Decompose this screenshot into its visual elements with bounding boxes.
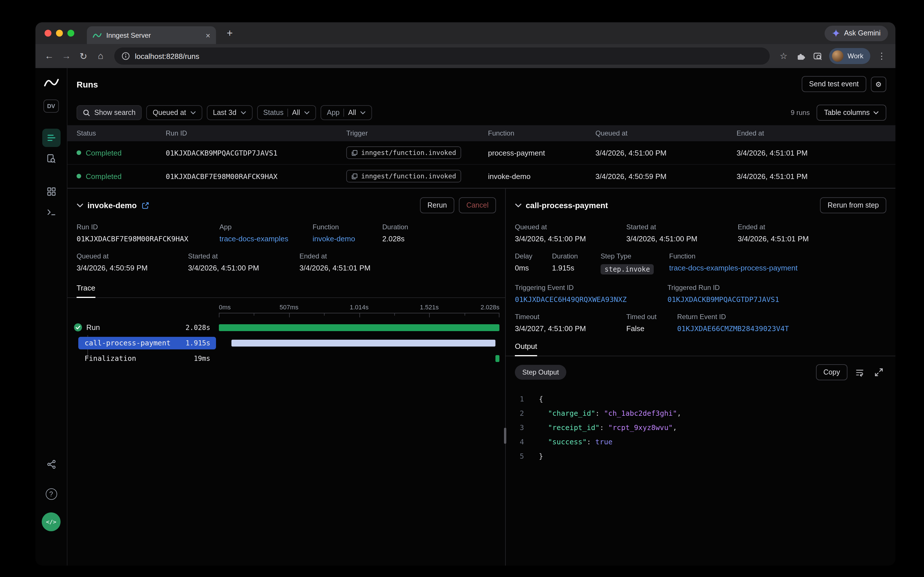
cancel-button[interactable]: Cancel [459, 197, 496, 213]
app-link[interactable]: trace-docs-examples [219, 234, 313, 243]
site-info-icon[interactable] [122, 52, 130, 60]
trigger-name: inngest/function.invoked [361, 149, 456, 157]
timed-out-label: Timed out [626, 313, 677, 321]
code-line: 4"success": true [515, 435, 886, 449]
trace-span-finalization[interactable]: Finalization 19ms [67, 351, 505, 366]
table-columns-button[interactable]: Table columns [816, 105, 886, 121]
col-header-trigger[interactable]: Trigger [346, 129, 488, 137]
table-row[interactable]: Completed 01KJXDACKB9MPQACGTDP7JAVS1 inn… [67, 141, 895, 165]
trigger-pill[interactable]: inngest/function.invoked [346, 170, 461, 182]
event-icon [352, 150, 358, 156]
col-header-queued-at[interactable]: Queued at [595, 129, 737, 137]
col-header-run-id[interactable]: Run ID [166, 129, 346, 137]
step-fields-row4: Timeout 3/4/2027, 4:51:00 PM Timed out F… [515, 313, 886, 333]
collapse-chevron-icon[interactable] [77, 203, 84, 208]
close-window-button[interactable] [45, 30, 51, 37]
tab-trace[interactable]: Trace [77, 284, 95, 298]
run-title: invoke-demo [87, 201, 137, 210]
bookmark-star-icon[interactable]: ☆ [775, 48, 791, 64]
timeout-value: 3/4/2027, 4:51:00 PM [515, 324, 626, 333]
return-event-id-link[interactable]: 01KJXDAE66CMZMB28439023V4T [677, 324, 886, 333]
copy-button[interactable]: Copy [816, 364, 847, 380]
step-type-label: Step Type [601, 252, 669, 260]
ask-gemini-label: Ask Gemini [844, 29, 881, 37]
timed-out-value: False [626, 324, 677, 333]
forward-button[interactable]: → [58, 48, 74, 64]
tab-title: Inngest Server [106, 31, 201, 39]
triggering-event-id-link[interactable]: 01KJXDACEC6H49QRQXWEA93NXZ [515, 295, 667, 304]
dev-tools-button[interactable]: </> [42, 513, 61, 531]
started-at-value: 3/4/2026, 4:51:00 PM [626, 234, 738, 243]
window-controls [45, 30, 74, 37]
step-fields-row2: Delay 0ms Duration 1.915s Step Type step… [515, 252, 886, 274]
trace-span-step-selected[interactable]: call-process-payment 1.915s [67, 335, 505, 351]
status-filter-dropdown[interactable]: Status All [257, 105, 316, 120]
span-duration: 2.028s [185, 323, 210, 331]
tab-search-icon[interactable] [810, 48, 826, 64]
url-bar[interactable]: localhost:8288/runs [114, 47, 770, 64]
trace-bar[interactable] [495, 355, 500, 362]
reload-button[interactable]: ↻ [76, 48, 92, 64]
extensions-icon[interactable] [792, 48, 808, 64]
settings-gear-button[interactable]: ⚙ [871, 76, 886, 92]
divider [344, 109, 344, 117]
inngest-logo-icon [43, 77, 59, 88]
profile-label: Work [847, 52, 863, 60]
minimize-window-button[interactable] [56, 30, 63, 37]
sidebar-item-apps[interactable] [42, 182, 60, 201]
show-search-button[interactable]: Show search [77, 105, 142, 120]
back-button[interactable]: ← [41, 48, 57, 64]
tab-output[interactable]: Output [515, 342, 537, 356]
share-icon[interactable] [42, 455, 60, 474]
table-columns-label: Table columns [824, 109, 870, 117]
detail-split: invoke-demo Rerun Cancel Run ID 01KJXDAC… [67, 188, 895, 566]
send-test-event-button[interactable]: Send test event [802, 76, 866, 92]
function-label: Function [669, 252, 886, 260]
status-filter-label: Status [263, 109, 283, 117]
browser-menu-icon[interactable]: ⋮ [874, 48, 890, 64]
workspace-badge[interactable]: DV [43, 100, 59, 113]
step-output-chip[interactable]: Step Output [515, 365, 566, 380]
rerun-button[interactable]: Rerun [420, 197, 454, 213]
sidebar-item-terminal[interactable] [42, 203, 60, 221]
queued-at-dropdown[interactable]: Queued at [146, 105, 202, 120]
rerun-from-step-button[interactable]: Rerun from step [820, 197, 886, 213]
panel-resize-handle[interactable] [504, 428, 506, 444]
output-toolbar: Step Output Copy [515, 364, 886, 380]
table-row[interactable]: Completed 01KJXDACBF7E98M00RAFCK9HAX inn… [67, 165, 895, 188]
sidebar-item-runs[interactable] [42, 129, 60, 147]
col-header-function[interactable]: Function [488, 129, 595, 137]
external-link-icon[interactable] [142, 201, 149, 209]
step-function-link[interactable]: trace-docs-examples-process-payment [669, 264, 886, 272]
trace-bar[interactable] [231, 339, 495, 346]
browser-tab[interactable]: Inngest Server × [87, 26, 216, 44]
close-tab-icon[interactable]: × [206, 31, 210, 39]
step-detail-header: call-process-payment Rerun from step [515, 195, 886, 215]
triggered-run-id-link[interactable]: 01KJXDACKB9MPQACGTDP7JAVS1 [667, 295, 886, 304]
code-line: 5} [515, 449, 886, 463]
new-tab-button[interactable]: + [223, 27, 236, 39]
chevron-down-icon [873, 111, 879, 114]
home-button[interactable]: ⌂ [93, 48, 109, 64]
trace-timeline: 0ms 507ms 1.014s 1.521s 2.028s [67, 304, 505, 366]
zoom-window-button[interactable] [67, 30, 74, 37]
trace-span-run[interactable]: Run 2.028s [67, 320, 505, 335]
word-wrap-icon[interactable] [852, 365, 867, 380]
ask-gemini-button[interactable]: Ask Gemini [824, 26, 888, 41]
trigger-pill[interactable]: inngest/function.invoked [346, 147, 461, 159]
status-filter-value: All [292, 109, 300, 117]
app-filter-dropdown[interactable]: App All [321, 105, 372, 120]
profile-chip[interactable]: Work [829, 48, 870, 64]
queued-at-label: Queued at [515, 223, 626, 231]
help-icon[interactable]: ? [45, 488, 57, 500]
function-link[interactable]: invoke-demo [313, 234, 382, 243]
col-header-ended-at[interactable]: Ended at [737, 129, 895, 137]
sidebar-item-events[interactable] [42, 149, 60, 168]
col-header-status[interactable]: Status [77, 129, 166, 137]
collapse-chevron-icon[interactable] [515, 203, 522, 208]
span-duration: 1.915s [185, 339, 210, 347]
trace-bar[interactable] [219, 324, 500, 331]
time-range-dropdown[interactable]: Last 3d [207, 105, 252, 120]
trigger-cell: inngest/function.invoked [346, 147, 488, 159]
expand-icon[interactable] [871, 365, 886, 380]
